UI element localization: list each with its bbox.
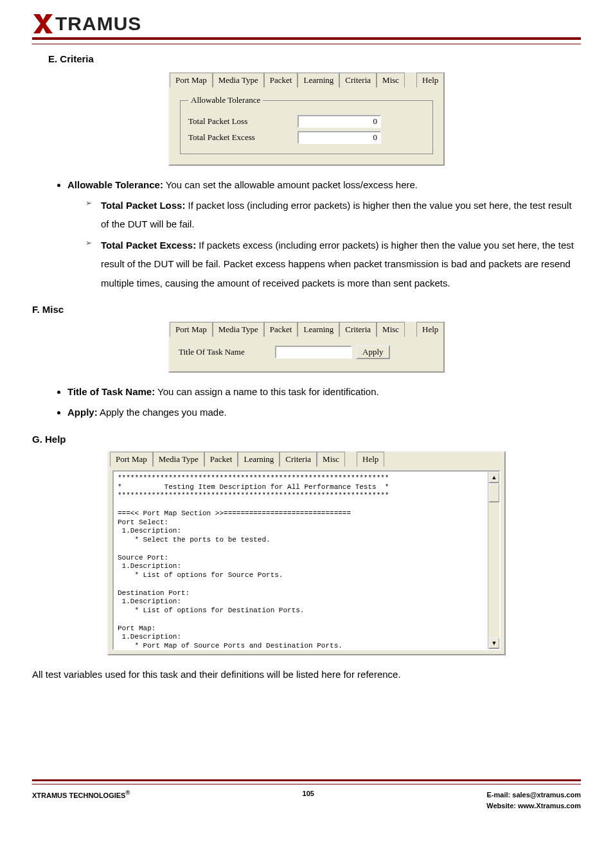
scroll-thumb[interactable] xyxy=(488,483,500,502)
misc-bullets: Title of Task Name: You can assign a nam… xyxy=(32,383,581,422)
misc-panel: Port Map Media Type Packet Learning Crit… xyxy=(168,321,445,373)
misc-tabs: Port Map Media Type Packet Learning Crit… xyxy=(170,323,443,337)
help-panel: Port Map Media Type Packet Learning Crit… xyxy=(107,451,506,655)
tab-media-type[interactable]: Media Type xyxy=(213,73,264,87)
tab-port-map[interactable]: Port Map xyxy=(110,452,153,466)
tab-learning[interactable]: Learning xyxy=(238,452,280,466)
tab-misc[interactable]: Misc xyxy=(317,452,345,466)
help-tabs: Port Map Media Type Packet Learning Crit… xyxy=(109,452,504,466)
bullet-title-of-task: Title of Task Name: You can assign a nam… xyxy=(67,383,581,402)
total-packet-loss-label: Total Packet Loss xyxy=(188,116,298,127)
total-packet-excess-label: Total Packet Excess xyxy=(188,132,298,143)
bullet-total-packet-excess: Total Packet Excess: If packets excess (… xyxy=(85,236,581,292)
logo-x-icon xyxy=(32,13,54,35)
title-of-task-label: Title Of Task Name xyxy=(179,347,275,357)
bullet-apply: Apply: Apply the changes you made. xyxy=(67,403,581,422)
svg-marker-0 xyxy=(33,14,53,33)
bullet-total-packet-loss: Total Packet Loss: If packet loss (inclu… xyxy=(85,196,581,234)
tab-port-map[interactable]: Port Map xyxy=(170,73,213,87)
page-footer: XTRAMUS TECHNOLOGIES® 105 E-mail: sales@… xyxy=(32,779,581,811)
footer-rule-thin xyxy=(32,784,581,784)
footer-right: E-mail: sales@xtramus.com Website: www.X… xyxy=(486,790,581,811)
section-f-title: F. Misc xyxy=(32,304,581,315)
tab-criteria[interactable]: Criteria xyxy=(339,73,377,88)
tab-misc[interactable]: Misc xyxy=(377,322,405,337)
total-packet-loss-input[interactable] xyxy=(298,115,381,128)
brand-logo: TRAMUS xyxy=(32,13,581,35)
header-rule-thin xyxy=(32,44,581,44)
footer-left: XTRAMUS TECHNOLOGIES® xyxy=(32,790,130,811)
section-e-title: E. Criteria xyxy=(48,53,581,64)
tab-criteria[interactable]: Criteria xyxy=(280,452,317,466)
tab-packet[interactable]: Packet xyxy=(204,452,238,466)
logo-text: TRAMUS xyxy=(55,13,141,35)
footer-rule-thick xyxy=(32,779,581,781)
bullet-allowable-tolerance: Allowable Tolerance: You can set the all… xyxy=(67,176,581,292)
footer-page-number: 105 xyxy=(303,790,314,811)
tab-packet[interactable]: Packet xyxy=(264,73,298,87)
criteria-panel: Port Map Media Type Packet Learning Crit… xyxy=(168,72,445,166)
help-textarea[interactable]: ****************************************… xyxy=(112,470,501,650)
tab-criteria[interactable]: Criteria xyxy=(339,322,377,337)
tab-help[interactable]: Help xyxy=(416,73,444,87)
allowable-tolerance-legend: Allowable Tolerance xyxy=(188,95,263,105)
tab-media-type[interactable]: Media Type xyxy=(153,452,204,466)
tab-packet[interactable]: Packet xyxy=(264,322,298,337)
help-text-content: ****************************************… xyxy=(114,472,499,650)
scrollbar[interactable]: ▲ ▼ xyxy=(488,472,499,649)
tab-media-type[interactable]: Media Type xyxy=(213,322,264,337)
tab-learning[interactable]: Learning xyxy=(298,322,339,337)
help-after-text: All test variables used for this task an… xyxy=(32,666,581,683)
tab-help[interactable]: Help xyxy=(357,452,384,467)
tab-misc[interactable]: Misc xyxy=(377,73,405,87)
section-g-title: G. Help xyxy=(32,434,581,445)
tab-help[interactable]: Help xyxy=(416,322,444,337)
total-packet-excess-input[interactable] xyxy=(298,131,381,144)
apply-button[interactable]: Apply xyxy=(356,345,390,359)
title-of-task-input[interactable] xyxy=(275,346,352,359)
scroll-up-icon[interactable]: ▲ xyxy=(488,472,500,483)
header-rule-thick xyxy=(32,37,581,40)
tab-port-map[interactable]: Port Map xyxy=(170,322,213,337)
allowable-tolerance-group: Allowable Tolerance Total Packet Loss To… xyxy=(180,95,433,154)
criteria-bullets: Allowable Tolerance: You can set the all… xyxy=(32,176,581,292)
criteria-tabs: Port Map Media Type Packet Learning Crit… xyxy=(170,73,443,87)
scroll-down-icon[interactable]: ▼ xyxy=(488,637,500,649)
tab-learning[interactable]: Learning xyxy=(298,73,339,87)
